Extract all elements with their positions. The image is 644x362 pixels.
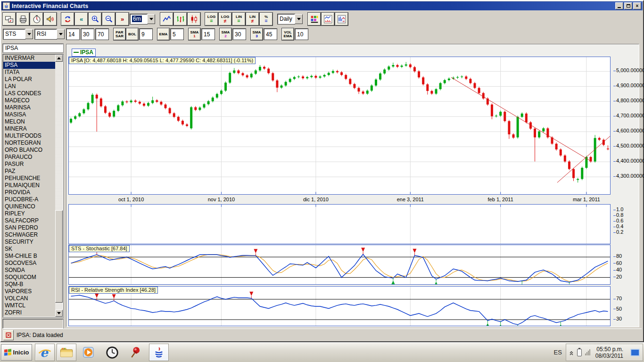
step-forward-button[interactable]: » [116, 13, 129, 25]
language-indicator[interactable]: ES [553, 349, 561, 356]
indicator2-select[interactable]: RSI [35, 29, 65, 39]
list-item[interactable]: VAPORES [3, 288, 55, 295]
linear-scale-equal[interactable]: LIN= [232, 13, 245, 25]
list-item[interactable]: PARAUCO [3, 154, 55, 161]
list-item[interactable]: MULTIFOODS [3, 132, 55, 140]
scroll-down-icon[interactable] [55, 310, 63, 317]
list-item[interactable]: SK [3, 246, 55, 253]
list-item[interactable]: ITATA [3, 69, 55, 76]
export-chart-icon[interactable] [3, 13, 16, 25]
percent-scale[interactable]: %= [260, 13, 272, 25]
list-item[interactable]: IPSA [3, 62, 55, 69]
sma2-button[interactable]: SMA2 [220, 28, 231, 40]
list-item[interactable]: SALFACORP [3, 217, 55, 224]
chevron-down-icon[interactable] [25, 29, 33, 39]
list-item[interactable]: SECURITY [3, 239, 55, 246]
list-item[interactable]: NORTEGRAN [3, 140, 55, 147]
rsi-period-input[interactable] [66, 29, 79, 40]
ema-button[interactable]: EMA [157, 28, 169, 40]
candlestick-chart-icon[interactable] [188, 13, 200, 25]
rsi-overbought-input[interactable] [96, 29, 108, 40]
list-item[interactable]: SQM-B [3, 281, 55, 288]
list-item[interactable]: PEHUENCHE [3, 175, 55, 182]
list-item[interactable]: PILMAIQUEN [3, 182, 55, 189]
list-item[interactable]: MASISA [3, 111, 55, 118]
list-item[interactable]: WMTCL [3, 302, 55, 309]
list-item[interactable]: SM-CHILE B [3, 253, 55, 260]
list-item[interactable]: SCHWAGER [3, 231, 55, 239]
range-select[interactable]: 6m [130, 14, 155, 24]
zoom-in-icon[interactable] [89, 13, 101, 25]
parsar-button[interactable]: PARSAR [114, 28, 125, 40]
indicator1-select[interactable]: STS [3, 29, 33, 39]
sidebar-footer-field[interactable] [3, 319, 63, 329]
java-chart-app-icon[interactable] [149, 344, 169, 361]
scroll-thumb[interactable] [55, 210, 63, 303]
list-item[interactable]: MARINSA [3, 104, 55, 111]
zoom-out-icon[interactable] [102, 13, 115, 25]
print-icon[interactable] [17, 13, 29, 25]
list-item[interactable]: VOLCAN [3, 295, 55, 302]
volema-period-input[interactable] [295, 29, 308, 40]
list-item[interactable]: MINERA [3, 125, 55, 132]
log-scale-unequal[interactable]: LOG≠ [219, 13, 231, 25]
chart-style-2-icon[interactable] [335, 13, 348, 25]
list-item[interactable]: SONDA [3, 267, 55, 274]
list-scrollbar[interactable] [55, 55, 63, 317]
clock[interactable]: 05:50 p.m. 08/03/2011 [595, 346, 623, 359]
list-item[interactable]: PUCOBRE-A [3, 196, 55, 203]
interval-select[interactable]: Daily [278, 14, 303, 24]
interval-select-value[interactable]: Daily [278, 14, 295, 24]
list-item[interactable]: MELON [3, 118, 55, 125]
sma3-button[interactable]: SMA3 [251, 28, 263, 40]
signal-strength-icon[interactable] [585, 349, 590, 355]
refresh-icon[interactable] [61, 13, 74, 25]
timer-icon[interactable] [30, 13, 43, 25]
bollinger-button[interactable]: BOL [126, 28, 138, 40]
rsi-oversold-input[interactable] [81, 29, 94, 40]
list-item[interactable]: ORO BLANCO [3, 147, 55, 154]
list-item[interactable]: PAZ [3, 168, 55, 175]
list-item[interactable]: ZOFRI [3, 309, 55, 316]
status-icon[interactable] [3, 330, 14, 340]
close-button[interactable]: × [633, 2, 641, 9]
range-select-value[interactable]: 6m [130, 14, 147, 24]
hidden-icons-chevron-icon[interactable] [569, 350, 574, 355]
list-item[interactable]: MADECO [3, 97, 55, 104]
sma3-period-input[interactable] [264, 29, 277, 40]
list-item[interactable]: SAN PEDRO [3, 224, 55, 231]
pushpin-icon[interactable] [126, 344, 145, 361]
list-item[interactable]: LAN [3, 83, 55, 90]
volume-panel-plot[interactable] [68, 204, 611, 244]
chart-style-1-icon[interactable] [322, 13, 334, 25]
internet-explorer-icon[interactable]: e [35, 344, 55, 361]
sma1-period-input[interactable] [202, 29, 215, 40]
list-item[interactable]: SOQUICOM [3, 274, 55, 281]
start-button[interactable]: Inicio [1, 344, 32, 361]
sma1-button[interactable]: SMA1 [189, 28, 200, 40]
list-item[interactable]: LA POLAR [3, 76, 55, 83]
colors-icon[interactable] [308, 13, 321, 25]
clock-app-icon[interactable] [103, 344, 122, 361]
chevron-down-icon[interactable] [295, 14, 303, 24]
chevron-down-icon[interactable] [57, 29, 65, 39]
list-item[interactable]: RIPLEY [3, 210, 55, 217]
minimize-button[interactable] [615, 2, 623, 9]
log-scale-equal[interactable]: LOG= [205, 13, 218, 25]
list-item[interactable]: SOCOVESA [3, 260, 55, 267]
symbol-input[interactable] [3, 44, 63, 52]
sma2-period-input[interactable] [233, 29, 246, 40]
linear-scale-unequal[interactable]: LIN≠ [246, 13, 259, 25]
sound-icon[interactable] [44, 13, 57, 25]
battery-icon[interactable] [577, 349, 582, 356]
maximize-button[interactable] [624, 2, 632, 9]
indicator1-select-value[interactable]: STS [3, 29, 25, 39]
list-item[interactable]: PROVIDA [3, 189, 55, 196]
bollinger-period-input[interactable] [140, 29, 152, 40]
show-desktop-icon[interactable] [630, 349, 640, 356]
volema-button[interactable]: VOLEMA [282, 28, 294, 40]
line-chart-icon[interactable] [160, 13, 173, 25]
chevron-down-icon[interactable] [147, 14, 155, 24]
ema-period-input[interactable] [171, 29, 183, 40]
file-explorer-icon[interactable] [57, 344, 76, 361]
